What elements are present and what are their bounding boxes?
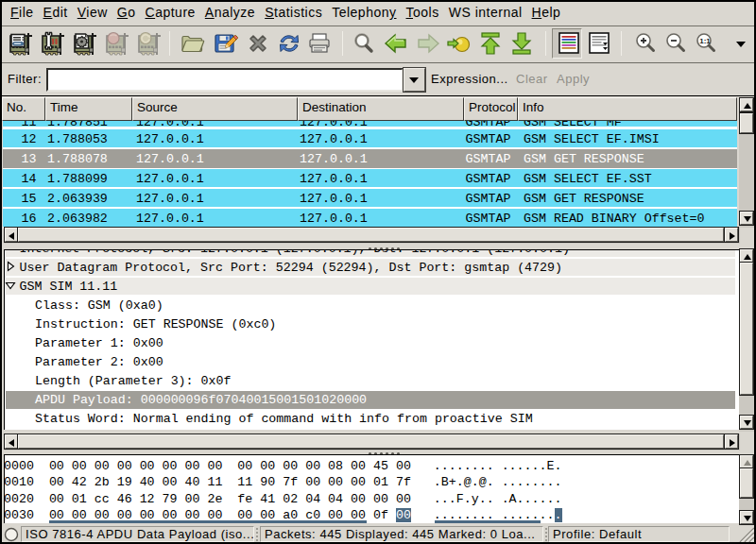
svg-text:1:1: 1:1 xyxy=(699,37,711,45)
